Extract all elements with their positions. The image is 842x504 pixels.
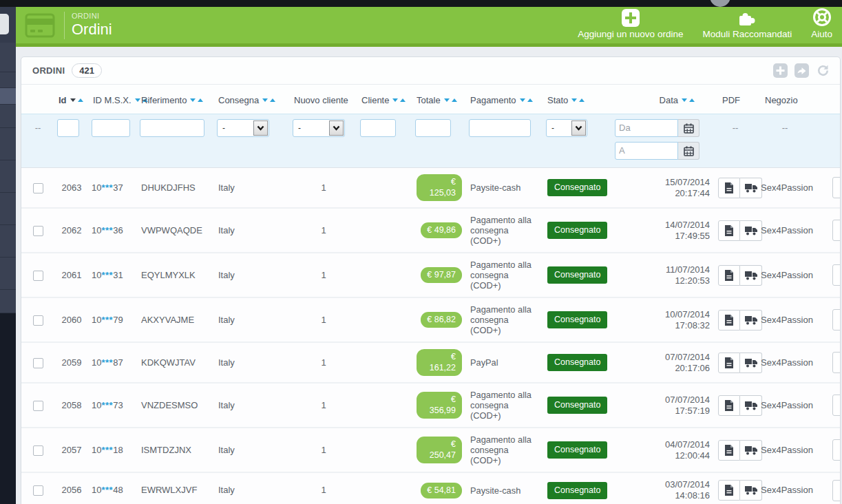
reference-filter-input[interactable] (140, 119, 204, 137)
table-row[interactable]: 2062 10***36 VWPWQAQDE Italy 1 € 49,86 P… (21, 208, 840, 253)
calendar-to-button[interactable] (678, 142, 699, 160)
view-order-button[interactable] (832, 439, 841, 461)
delivery-slip-button[interactable] (740, 440, 762, 461)
avatar[interactable] (710, 0, 730, 7)
column-header-id[interactable]: Id (54, 85, 89, 114)
invoice-pdf-button[interactable] (718, 440, 740, 461)
invoice-pdf-button[interactable] (718, 310, 740, 330)
sort-asc-icon[interactable] (198, 98, 203, 102)
sort-asc-icon[interactable] (270, 98, 275, 102)
date-to-input[interactable] (615, 142, 678, 160)
column-header-msx[interactable]: ID M.S.X. (89, 85, 137, 114)
payment-filter-input[interactable] (469, 119, 531, 137)
delivery-slip-button[interactable] (740, 395, 762, 416)
new-client-filter-select[interactable]: - (293, 119, 345, 137)
sort-asc-icon[interactable] (579, 98, 585, 102)
table-row[interactable]: 2056 10***48 EWRWLXJVF Italy 1 € 54,81 P… (21, 472, 840, 504)
help-button[interactable]: Aiuto (811, 8, 832, 39)
sidebar-item[interactable] (0, 128, 16, 160)
sort-desc-icon[interactable] (571, 98, 577, 102)
delivery-slip-button[interactable] (740, 480, 762, 501)
sidebar-item[interactable] (0, 160, 16, 193)
column-header-delivery[interactable]: Consegna (214, 85, 290, 114)
calendar-from-button[interactable] (678, 119, 699, 137)
row-checkbox[interactable] (33, 315, 43, 326)
table-row[interactable]: 2058 10***73 VNZDESMSO Italy 1 € 356,99 … (21, 383, 840, 428)
sort-desc-icon[interactable] (444, 98, 450, 102)
delivery-slip-button[interactable] (740, 220, 762, 241)
sidebar-item[interactable] (0, 290, 16, 313)
row-checkbox[interactable] (33, 183, 43, 193)
invoice-pdf-button[interactable] (718, 178, 740, 198)
date-from-input[interactable] (615, 119, 678, 137)
msx-filter-input[interactable] (92, 119, 130, 137)
invoice-pdf-button[interactable] (718, 220, 740, 241)
delivery-slip-button[interactable] (740, 178, 762, 198)
sidebar-logo-tab[interactable] (0, 14, 9, 34)
view-order-button[interactable] (832, 480, 841, 501)
order-shop: Sex4Passion (757, 253, 813, 297)
column-header-total[interactable]: Totale (412, 85, 466, 114)
row-checkbox[interactable] (33, 401, 43, 411)
table-row[interactable]: 2059 10***87 KDKQWJTAV Italy 1 € 161,22 … (21, 342, 840, 383)
view-order-button[interactable] (832, 177, 841, 198)
id-filter-input[interactable] (57, 119, 79, 137)
panel-refresh-icon[interactable] (815, 63, 830, 78)
add-order-button[interactable]: Aggiungi un nuovo ordine (578, 9, 683, 39)
view-order-button[interactable] (832, 220, 841, 241)
column-header-date[interactable]: Data (612, 85, 714, 114)
delivery-slip-button[interactable] (740, 265, 762, 286)
row-checkbox[interactable] (33, 485, 43, 496)
delivery-slip-button[interactable] (740, 353, 762, 373)
sort-asc-icon[interactable] (689, 98, 695, 102)
column-header-checkbox (21, 85, 54, 114)
sort-desc-icon[interactable] (262, 98, 268, 102)
sidebar-item[interactable] (0, 225, 16, 258)
sidebar-item[interactable] (0, 258, 16, 290)
sidebar-item[interactable] (0, 43, 16, 72)
table-row[interactable]: 2057 10***18 ISMTDZJNX Italy 1 € 250,47 … (21, 428, 840, 472)
total-filter-input[interactable] (415, 119, 451, 137)
sort-asc-icon[interactable] (400, 98, 406, 102)
sidebar-item-active[interactable] (0, 88, 16, 105)
recommended-modules-button[interactable]: Moduli Raccomandati (702, 10, 792, 39)
row-checkbox[interactable] (33, 445, 43, 456)
sidebar-item[interactable] (0, 193, 16, 225)
status-filter-select[interactable]: - (546, 119, 587, 137)
panel-add-icon[interactable] (772, 63, 788, 78)
column-header-payment[interactable]: Pagamento (466, 85, 543, 114)
sort-asc-icon[interactable] (78, 98, 83, 102)
column-header-client[interactable]: Cliente (357, 85, 412, 114)
view-order-button[interactable] (832, 352, 841, 373)
invoice-pdf-button[interactable] (718, 395, 740, 416)
delivery-slip-button[interactable] (740, 310, 762, 330)
sort-desc-icon[interactable] (70, 98, 76, 102)
row-checkbox[interactable] (33, 271, 43, 281)
sidebar-item[interactable] (0, 72, 16, 88)
row-checkbox[interactable] (33, 358, 43, 368)
sort-desc-icon[interactable] (682, 98, 687, 102)
invoice-pdf-button[interactable] (718, 265, 740, 286)
sort-desc-icon[interactable] (392, 98, 398, 102)
sidebar-item[interactable] (0, 105, 16, 128)
client-filter-input[interactable] (360, 119, 396, 137)
order-id: 2058 (54, 383, 89, 428)
view-order-button[interactable] (832, 264, 841, 286)
column-header-status[interactable]: Stato (543, 85, 612, 114)
invoice-pdf-button[interactable] (718, 353, 740, 373)
invoice-pdf-button[interactable] (718, 480, 740, 501)
table-row[interactable]: 2060 10***79 AKXYVAJME Italy 1 € 86,82 P… (21, 297, 840, 342)
table-row[interactable]: 2061 10***31 EQYLMYXLK Italy 1 € 97,87 P… (21, 253, 840, 297)
view-order-button[interactable] (832, 395, 841, 416)
sort-desc-icon[interactable] (520, 98, 525, 102)
row-checkbox[interactable] (33, 226, 43, 236)
sort-asc-icon[interactable] (452, 98, 457, 102)
panel-export-icon[interactable] (794, 63, 809, 78)
delivery-filter-select[interactable]: - (217, 119, 269, 137)
table-row[interactable]: 2063 10***37 DHUKDJFHS Italy 1 € 125,03 … (21, 168, 840, 209)
sort-desc-icon[interactable] (135, 98, 140, 102)
column-header-reference[interactable]: Riferimento (137, 85, 214, 114)
sort-desc-icon[interactable] (190, 98, 196, 102)
view-order-button[interactable] (832, 309, 841, 330)
sort-asc-icon[interactable] (527, 98, 533, 102)
